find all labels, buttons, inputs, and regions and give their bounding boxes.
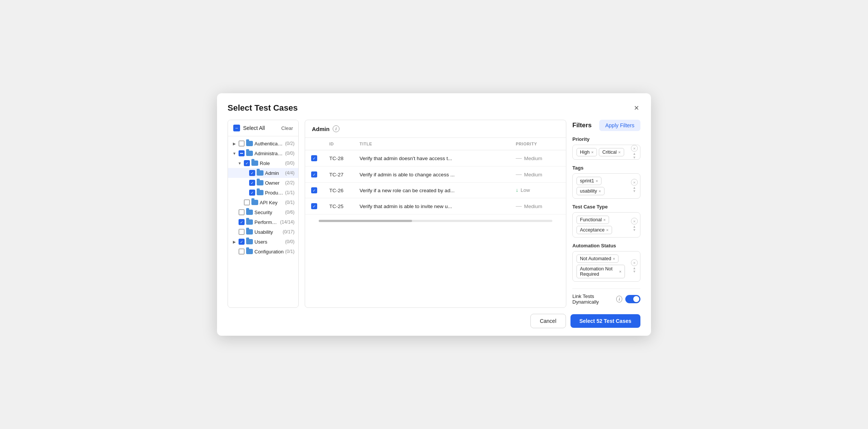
automation-status-filter-box: Not Automated × Automation Not Required … bbox=[572, 251, 640, 282]
tree-item-product-user[interactable]: ▶ ✓ Product User (1/1) bbox=[228, 188, 298, 198]
expand-icon[interactable]: ▶ bbox=[232, 239, 237, 244]
tree-item-owner[interactable]: ▶ ✓ Owner (2/2) bbox=[228, 178, 298, 188]
tc-id: TC-27 bbox=[323, 167, 353, 183]
remove-tag-automation-not-required[interactable]: × bbox=[619, 270, 622, 274]
automation-status-controls: × ▲▼ bbox=[631, 259, 638, 274]
remove-tag-critical[interactable]: × bbox=[618, 150, 620, 154]
folder-icon bbox=[251, 160, 258, 166]
checkbox-security[interactable] bbox=[239, 209, 245, 215]
left-panel-header: – Select All Clear bbox=[228, 120, 298, 136]
info-icon: i bbox=[333, 125, 339, 132]
tags-arrows[interactable]: ▲▼ bbox=[633, 186, 636, 193]
tree-item-configuration[interactable]: ▶ Configuration (0/1) bbox=[228, 247, 298, 256]
test-table: ID TITLE PRIORITY ✓ TC-28 Verify that ad… bbox=[305, 138, 566, 307]
close-button[interactable]: × bbox=[632, 102, 640, 114]
checkbox-configuration[interactable] bbox=[239, 248, 245, 255]
remove-tag-usability[interactable]: × bbox=[598, 189, 601, 193]
clear-priority-button[interactable]: × bbox=[631, 145, 638, 152]
horizontal-scrollbar[interactable] bbox=[319, 220, 552, 222]
checkbox-users[interactable]: ✓ bbox=[239, 239, 245, 245]
test-case-type-controls: × ▲▼ bbox=[631, 218, 638, 232]
tc-id: TC-26 bbox=[323, 183, 353, 198]
remove-tag-acceptance[interactable]: × bbox=[606, 228, 608, 232]
tree-item-role[interactable]: ▼ ✓ Role (0/0) bbox=[228, 158, 298, 168]
expand-icon[interactable]: ▼ bbox=[232, 151, 237, 156]
middle-panel: Admin i ID TITLE PRIORITY bbox=[305, 120, 566, 308]
select-all-button[interactable]: – Select All bbox=[233, 125, 265, 131]
tree-item-admin[interactable]: ▶ ✓ Admin (4/4) bbox=[228, 168, 298, 178]
row-checkbox[interactable]: ✓ bbox=[311, 203, 317, 209]
select-test-cases-button[interactable]: Select 52 Test Cases bbox=[570, 314, 641, 328]
table-row: ✓ TC-26 Verify if a new role can be crea… bbox=[305, 183, 566, 198]
row-checkbox[interactable]: ✓ bbox=[311, 187, 317, 193]
left-panel: – Select All Clear ▶ Authentication (0/2… bbox=[228, 120, 299, 308]
folder-icon bbox=[246, 239, 253, 244]
tags-label: Tags bbox=[572, 165, 640, 171]
clear-button[interactable]: Clear bbox=[281, 125, 293, 131]
remove-tag-high[interactable]: × bbox=[591, 150, 594, 154]
checkbox-authentication[interactable] bbox=[239, 140, 245, 147]
modal-footer: Cancel Select 52 Test Cases bbox=[217, 308, 651, 336]
priority-filter-controls: × ▲▼ bbox=[631, 145, 638, 160]
tc-id: TC-28 bbox=[323, 150, 353, 167]
tree-item-usability[interactable]: ▶ Usability (0/17) bbox=[228, 227, 298, 237]
priority-label: Priority bbox=[572, 136, 640, 142]
tree-item-performance[interactable]: ▶ ✓ Performance (14/14) bbox=[228, 217, 298, 227]
folder-icon bbox=[246, 141, 253, 146]
tc-priority: — Medium bbox=[510, 150, 566, 166]
modal-title: Select Test Cases bbox=[228, 103, 298, 113]
modal: Select Test Cases × – Select All Clear ▶… bbox=[217, 93, 651, 336]
tc-priority: — Medium bbox=[510, 198, 566, 214]
folder-icon bbox=[257, 180, 264, 185]
automation-status-filter: Automation Status Not Automated × Automa… bbox=[572, 243, 640, 282]
test-case-type-arrows[interactable]: ▲▼ bbox=[633, 225, 636, 232]
checkbox-admin[interactable]: ✓ bbox=[249, 170, 255, 176]
checkbox-api-key[interactable] bbox=[244, 199, 250, 205]
tree-item-security[interactable]: ▶ Security (0/6) bbox=[228, 207, 298, 217]
expand-icon[interactable]: ▼ bbox=[237, 160, 242, 166]
tag-critical: Critical × bbox=[599, 148, 624, 156]
checkbox-owner[interactable]: ✓ bbox=[249, 180, 255, 186]
row-checkbox[interactable]: ✓ bbox=[311, 155, 317, 161]
clear-tags-button[interactable]: × bbox=[631, 179, 638, 185]
row-checkbox[interactable]: ✓ bbox=[311, 171, 317, 177]
tree-item-users[interactable]: ▶ ✓ Users (0/0) bbox=[228, 237, 298, 247]
col-id: ID bbox=[323, 138, 353, 150]
apply-filters-button[interactable]: Apply Filters bbox=[599, 120, 640, 131]
clear-automation-status-button[interactable]: × bbox=[631, 259, 638, 266]
checkbox-product-user[interactable]: ✓ bbox=[249, 190, 255, 196]
tree-item-authentication[interactable]: ▶ Authentication (0/2) bbox=[228, 139, 298, 148]
priority-arrows[interactable]: ▲▼ bbox=[633, 152, 636, 160]
remove-tag-functional[interactable]: × bbox=[603, 218, 606, 222]
link-tests-dynamically-toggle[interactable] bbox=[625, 295, 640, 303]
automation-status-tags: Not Automated × Automation Not Required … bbox=[577, 255, 636, 278]
checkbox-role[interactable]: ✓ bbox=[244, 160, 250, 166]
link-dynamic-info-icon: i bbox=[616, 296, 622, 302]
remove-tag-not-automated[interactable]: × bbox=[613, 257, 615, 261]
checkbox-performance[interactable]: ✓ bbox=[239, 219, 245, 225]
tc-title: Verify if admin is able to change access… bbox=[353, 167, 510, 183]
filters-title: Filters bbox=[572, 122, 592, 129]
checkbox-administration[interactable] bbox=[239, 150, 245, 156]
cancel-button[interactable]: Cancel bbox=[530, 314, 566, 328]
right-panel: Filters Apply Filters Priority High × Cr… bbox=[572, 120, 640, 308]
automation-status-label: Automation Status bbox=[572, 243, 640, 248]
automation-status-arrows[interactable]: ▲▼ bbox=[633, 266, 636, 274]
priority-filter: Priority High × Critical × × bbox=[572, 136, 640, 160]
tree-item-api-key[interactable]: ▶ API Key (0/1) bbox=[228, 198, 298, 207]
test-case-type-label: Test Case Type bbox=[572, 204, 640, 210]
tc-title: Verify that admin doesn't have access t.… bbox=[353, 150, 510, 167]
folder-icon bbox=[246, 229, 253, 235]
remove-tag-sprint1[interactable]: × bbox=[596, 179, 598, 183]
middle-panel-header: Admin i bbox=[305, 120, 566, 138]
section-title: Admin bbox=[312, 126, 330, 132]
clear-test-case-type-button[interactable]: × bbox=[631, 218, 638, 224]
table-row: ✓ TC-27 Verify if admin is able to chang… bbox=[305, 167, 566, 183]
checkbox-usability[interactable] bbox=[239, 229, 245, 235]
folder-icon bbox=[257, 170, 264, 176]
tags-filter-box: sprint1 × usability × × ▲▼ bbox=[572, 173, 640, 199]
expand-icon[interactable]: ▶ bbox=[232, 141, 237, 146]
tree-item-administration[interactable]: ▼ Administration (0/0) bbox=[228, 148, 298, 158]
table-row: ✓ TC-28 Verify that admin doesn't have a… bbox=[305, 150, 566, 167]
tag-automation-not-required: Automation Not Required × bbox=[577, 265, 625, 278]
